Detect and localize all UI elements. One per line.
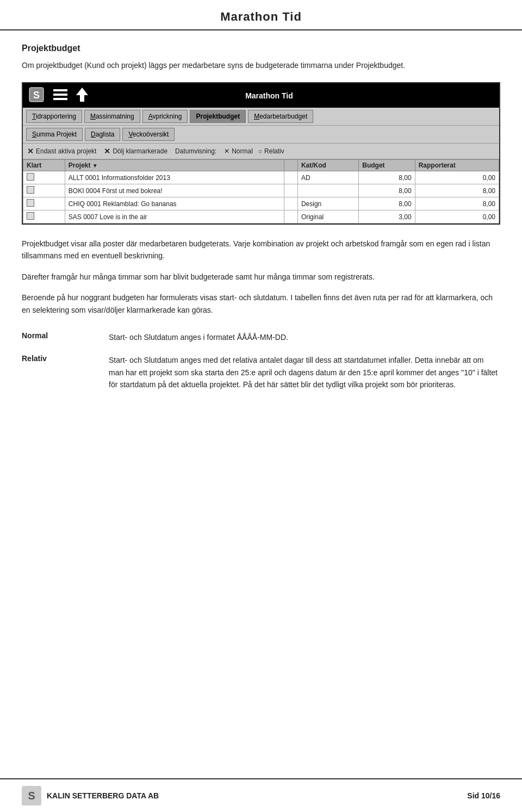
cell-empty: [284, 197, 298, 210]
footer-logo: S KALIN SETTERBERG DATA AB: [22, 786, 159, 805]
table-row: CHIQ 0001 Reklamblad: Go bananas Design …: [23, 197, 499, 210]
page-footer: S KALIN SETTERBERG DATA AB Sid 10/16: [0, 778, 522, 812]
relativ-label: Relativ: [264, 147, 284, 155]
svg-text:S: S: [28, 790, 35, 802]
svg-rect-3: [53, 94, 67, 96]
intro-text: Om projektbudget (Kund och projekt) lägg…: [22, 60, 500, 71]
cell-rapporterat: 8,00: [415, 197, 499, 210]
def-desc-normal: Start- och Slutdatum anges i formatet ÅÅ…: [109, 331, 500, 343]
cell-katkod: Design: [297, 197, 358, 210]
only-active-check: ✕: [27, 147, 34, 156]
sort-arrow-projekt[interactable]: ▼: [92, 163, 98, 169]
filter-only-active[interactable]: ✕ Endast aktiva projekt: [27, 147, 96, 156]
menu-veckooversikt[interactable]: Veckoöversikt: [122, 128, 175, 141]
cell-katkod: Original: [297, 210, 358, 224]
cell-budget: 8,00: [359, 197, 415, 210]
col-projekt: Projekt ▼: [65, 160, 284, 171]
radio-relativ[interactable]: ○ Relativ: [258, 147, 284, 155]
normal-label: Normal: [232, 147, 253, 155]
cell-empty: [284, 184, 298, 197]
definitions-section: Normal Start- och Slutdatum anges i form…: [22, 331, 500, 391]
footer-logo-icon: S: [22, 786, 41, 805]
def-row-relativ: Relativ Start- och Slutdatum anges med d…: [22, 354, 500, 390]
app-logo-icon: S: [28, 86, 45, 104]
only-active-label: Endast aktiva projekt: [36, 147, 96, 155]
menu-daglista[interactable]: Daglista: [85, 128, 120, 141]
menu-summa-projekt[interactable]: Summa Projekt: [26, 128, 83, 141]
cell-budget: 3,00: [359, 210, 415, 224]
hamburger-icon: [53, 89, 67, 102]
cell-budget: 8,00: [359, 171, 415, 184]
col-budget: Budget: [359, 160, 415, 171]
page-title: Marathon Tid: [22, 10, 500, 24]
svg-text:S: S: [33, 90, 40, 101]
cell-klart: [23, 197, 65, 210]
app-title: Marathon Tid: [245, 91, 293, 100]
body-para-3: Beroende på hur noggrant budgeten har fo…: [22, 292, 500, 316]
cell-projekt: ALLT 0001 Informationsfolder 2013: [65, 171, 284, 184]
menu-massinmatning[interactable]: Massinmatning: [84, 110, 140, 123]
klart-checkbox[interactable]: [27, 186, 34, 194]
col-empty: [284, 160, 298, 171]
page-header: Marathon Tid: [0, 0, 522, 30]
arrow-up-icon: [76, 88, 88, 103]
footer-page: Sid 10/16: [467, 791, 500, 800]
normal-check-mark: ✕: [224, 147, 229, 155]
cell-rapporterat: 8,00: [415, 184, 499, 197]
svg-rect-2: [53, 89, 67, 91]
klart-checkbox[interactable]: [27, 173, 34, 181]
titlebar-icons: S: [28, 86, 88, 104]
filter-bar: ✕ Endast aktiva projekt ✕ Dölj klarmarke…: [23, 144, 499, 159]
table-row: ALLT 0001 Informationsfolder 2013 AD 8,0…: [23, 171, 499, 184]
app-window: S Marathon Tid: [22, 82, 500, 225]
menu-bar-row2: Summa Projekt Daglista Veckoöversikt: [23, 126, 499, 144]
klart-checkbox[interactable]: [27, 212, 34, 220]
svg-rect-4: [53, 98, 67, 100]
def-term-normal: Normal: [22, 331, 109, 340]
menu-bar-row1: Tidrapportering Massinmatning Avpricknin…: [23, 108, 499, 126]
radio-normal[interactable]: ✕ Normal: [224, 147, 253, 155]
cell-klart: [23, 184, 65, 197]
section-title: Projektbudget: [22, 44, 500, 53]
hide-checked-check: ✕: [104, 147, 110, 156]
svg-marker-5: [76, 88, 88, 102]
col-rapporterat: Rapporterat: [415, 160, 499, 171]
klart-checkbox[interactable]: [27, 199, 34, 207]
app-titlebar: S Marathon Tid: [23, 83, 499, 108]
def-row-normal: Normal Start- och Slutdatum anges i form…: [22, 331, 500, 343]
menu-medarbetarbudget[interactable]: Medarbetarbudget: [248, 110, 313, 123]
table-row: BOKI 0004 Först ut med bokrea! 8,00 8,00: [23, 184, 499, 197]
def-desc-relativ: Start- och Slutdatum anges med det relat…: [109, 354, 500, 390]
hide-checked-label: Dölj klarmarkerade: [113, 147, 167, 155]
datumvisning-label: Datumvisning:: [175, 147, 216, 155]
menu-avprickning[interactable]: Avprickning: [142, 110, 188, 123]
footer-company: KALIN SETTERBERG DATA AB: [47, 791, 159, 800]
cell-katkod: [297, 184, 358, 197]
cell-budget: 8,00: [359, 184, 415, 197]
cell-rapporterat: 0,00: [415, 171, 499, 184]
cell-empty: [284, 210, 298, 224]
body-para-1: Projektbudget visar alla poster där meda…: [22, 238, 500, 262]
col-klart: Klart: [23, 160, 65, 171]
menu-tidrapportering[interactable]: Tidrapportering: [26, 110, 82, 123]
filter-hide-checked[interactable]: ✕ Dölj klarmarkerade: [104, 147, 167, 156]
cell-empty: [284, 171, 298, 184]
cell-klart: [23, 171, 65, 184]
relativ-radio-circle: ○: [258, 147, 262, 155]
col-katkod: Kat/Kod: [297, 160, 358, 171]
cell-klart: [23, 210, 65, 224]
cell-projekt: CHIQ 0001 Reklamblad: Go bananas: [65, 197, 284, 210]
cell-katkod: AD: [297, 171, 358, 184]
cell-projekt: BOKI 0004 Först ut med bokrea!: [65, 184, 284, 197]
cell-projekt: SAS 0007 Love is in the air: [65, 210, 284, 224]
project-table: Klart Projekt ▼ Kat/Kod Budget Rapporter…: [23, 159, 499, 224]
table-row: SAS 0007 Love is in the air Original 3,0…: [23, 210, 499, 224]
body-para-2: Därefter framgår hur många timmar som ha…: [22, 271, 500, 283]
menu-projektbudget[interactable]: Projektbudget: [190, 110, 246, 123]
cell-rapporterat: 0,00: [415, 210, 499, 224]
def-term-relativ: Relativ: [22, 354, 109, 363]
date-mode-radio-group: ✕ Normal ○ Relativ: [224, 147, 284, 155]
